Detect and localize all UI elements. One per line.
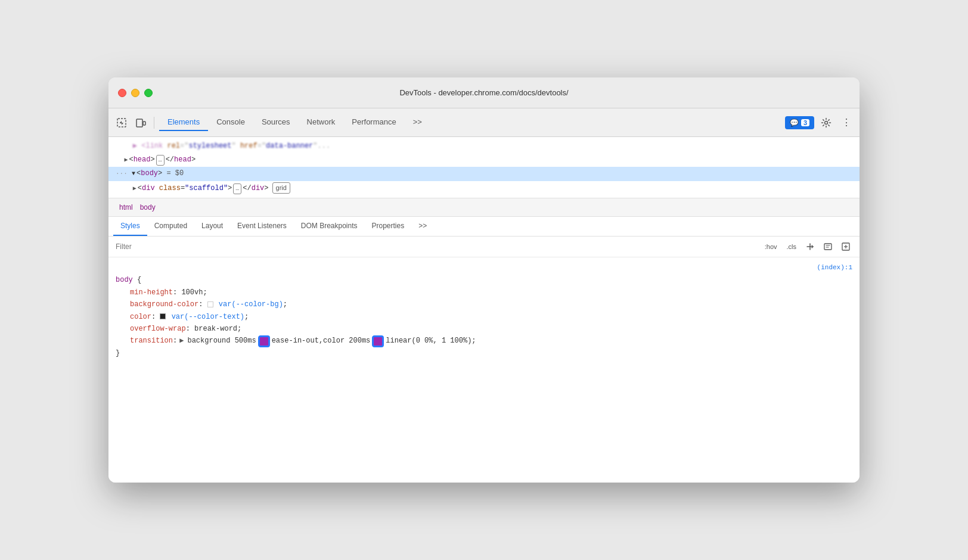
tree-line-blurred: ▶ <link rel="stylesheet" href="data-bann… <box>108 139 860 153</box>
style-tab-event-listeners[interactable]: Event Listeners <box>230 217 294 236</box>
devtools-toolbar: Elements Console Sources Network Perform… <box>108 108 860 137</box>
rule-close-brace: } <box>116 347 852 359</box>
device-toggle-icon[interactable] <box>132 114 149 131</box>
rule-source[interactable]: (index):1 <box>116 262 852 273</box>
more-options-icon[interactable]: ⋮ <box>838 114 855 131</box>
feedback-badge: 3 <box>801 119 809 126</box>
transition-color-chip-2[interactable] <box>372 335 384 347</box>
rule-selector: body <box>116 276 133 284</box>
window-title: DevTools - developer.chrome.com/docs/dev… <box>399 88 568 97</box>
prop-name-transition: transition <box>130 335 173 347</box>
bg-color-swatch[interactable] <box>207 301 213 307</box>
tree-line-div[interactable]: ▶<div class="scaffold">…</div>grid <box>108 181 860 195</box>
css-property-overflow-wrap: overflow-wrap: break-word; <box>116 323 852 335</box>
filter-input[interactable] <box>116 242 758 251</box>
inspect-icon[interactable] <box>113 114 130 131</box>
css-property-color: color: var(--color-text); <box>116 311 852 323</box>
prop-value-overflow-wrap: break-word; <box>194 325 241 333</box>
rule-selector-line: body { <box>116 274 852 286</box>
toolbar-separator-1 <box>154 117 154 129</box>
prop-name-bg-color: background-color <box>130 300 198 309</box>
breadcrumb: html body <box>108 198 860 217</box>
tab-sources[interactable]: Sources <box>253 114 299 131</box>
element-style-icon[interactable] <box>821 240 834 253</box>
svg-rect-4 <box>824 244 832 250</box>
tab-network[interactable]: Network <box>299 114 344 131</box>
tree-line-head: ▶<head>…</head> <box>108 153 860 167</box>
breadcrumb-html[interactable]: html <box>116 202 136 213</box>
breadcrumb-body[interactable]: body <box>136 202 159 213</box>
cls-button[interactable]: .cls <box>784 242 799 251</box>
settings-icon[interactable] <box>818 114 834 131</box>
prop-name-overflow-wrap: overflow-wrap <box>130 325 186 333</box>
tab-performance[interactable]: Performance <box>343 114 404 131</box>
minimize-button[interactable] <box>131 89 139 97</box>
style-tab-styles[interactable]: Styles <box>113 217 147 236</box>
panel-body: ▶ <link rel="stylesheet" href="data-bann… <box>108 137 860 483</box>
prop-value-bg-color[interactable]: var(--color-bg) <box>219 300 283 309</box>
titlebar: DevTools - developer.chrome.com/docs/dev… <box>108 77 860 108</box>
style-tab-dom-breakpoints[interactable]: DOM Breakpoints <box>294 217 365 236</box>
filter-actions: :hov .cls <box>762 240 852 253</box>
prop-value-min-height: 100vh; <box>181 288 207 297</box>
filter-bar: :hov .cls <box>108 237 860 257</box>
rule-open-brace: { <box>137 276 141 284</box>
prop-value-color[interactable]: var(--color-text) <box>172 313 244 321</box>
style-tab-layout[interactable]: Layout <box>194 217 230 236</box>
prop-value-transition-2: ease-in-out,color 200ms <box>272 335 371 347</box>
prop-name-min-height: min-height <box>130 288 173 297</box>
tab-navigation: Elements Console Sources Network Perform… <box>159 114 783 131</box>
tab-elements[interactable]: Elements <box>159 114 208 131</box>
styles-tabs: Styles Computed Layout Event Listeners D… <box>108 217 860 237</box>
feedback-icon: 💬 <box>790 119 799 127</box>
prop-name-color: color <box>130 313 151 321</box>
tab-console[interactable]: Console <box>208 114 253 131</box>
toolbar-right: 💬 3 ⋮ <box>785 114 855 131</box>
feedback-button[interactable]: 💬 3 <box>785 116 814 129</box>
color-swatch[interactable] <box>160 313 166 319</box>
styles-panel: Styles Computed Layout Event Listeners D… <box>108 217 860 364</box>
css-property-min-height: min-height: 100vh; <box>116 287 852 298</box>
prop-value-transition-1: background 500ms <box>187 335 256 347</box>
css-rules: (index):1 body { min-height: 100vh; back… <box>108 257 860 364</box>
maximize-button[interactable] <box>144 89 153 97</box>
hov-button[interactable]: :hov <box>762 242 780 251</box>
style-tab-more[interactable]: >> <box>411 217 434 236</box>
css-property-background-color: background-color: var(--color-bg); <box>116 298 852 310</box>
tab-more[interactable]: >> <box>405 114 430 131</box>
transition-color-chip-1[interactable] <box>258 335 270 347</box>
devtools-window: DevTools - developer.chrome.com/docs/dev… <box>108 77 860 483</box>
style-tab-computed[interactable]: Computed <box>147 217 194 236</box>
svg-point-3 <box>825 121 828 124</box>
style-tab-properties[interactable]: Properties <box>365 217 412 236</box>
svg-rect-1 <box>136 119 142 127</box>
traffic-lights <box>118 89 153 97</box>
svg-rect-2 <box>143 122 145 125</box>
prop-value-transition-3: linear(0 0%, 1 100%); <box>386 335 476 347</box>
transition-arrow[interactable]: ▶ <box>179 335 184 347</box>
close-button[interactable] <box>118 89 126 97</box>
tree-line-body[interactable]: ··· ▼<body> = $0 <box>108 167 860 181</box>
html-tree: ▶ <link rel="stylesheet" href="data-bann… <box>108 137 860 198</box>
add-style-icon[interactable] <box>803 240 817 253</box>
color-picker-icon[interactable] <box>839 240 852 253</box>
css-property-transition: transition: ▶ background 500ms ease-in-o… <box>116 335 852 347</box>
